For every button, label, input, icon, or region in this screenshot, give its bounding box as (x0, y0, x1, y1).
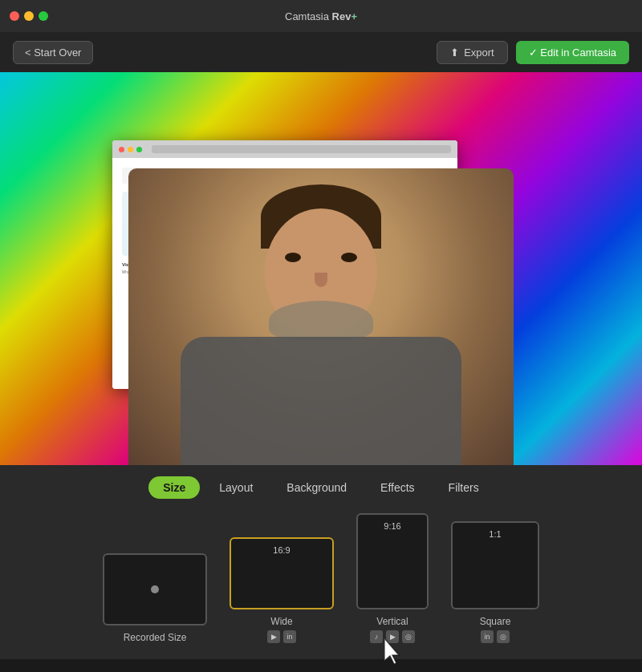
vertical-thumb: 9:16 (356, 513, 429, 609)
size-option-recorded[interactable]: Recorded Size (103, 553, 207, 643)
linkedin-icon: in (283, 630, 296, 643)
tabs-row: Size Layout Background Effects Filters (0, 476, 642, 499)
recorded-label: Recorded Size (124, 632, 187, 643)
wide-label: Wide (270, 616, 292, 627)
square-linkedin-icon: in (481, 630, 494, 643)
toolbar-actions: ⬆ Export ✓ Edit in Camtasia (437, 41, 629, 64)
preview-area: Camtasia Start Creating AmazingVideos To… (0, 72, 642, 465)
square-ratio-label: 1:1 (453, 529, 538, 539)
window-controls (10, 11, 48, 21)
tab-background[interactable]: Background (272, 476, 361, 499)
square-instagram-icon: ◎ (497, 630, 510, 643)
cursor (384, 638, 404, 667)
tab-layout[interactable]: Layout (205, 476, 267, 499)
toolbar: < Start Over ⬆ Export ✓ Edit in Camtasia (0, 32, 642, 72)
close-dot[interactable] (10, 11, 19, 21)
export-button[interactable]: ⬆ Export (437, 41, 508, 64)
app-title: Camtasia Rev+ (285, 10, 357, 22)
instagram-icon: ◎ (402, 630, 415, 643)
wide-ratio-label: 16:9 (231, 545, 332, 555)
recorded-thumb (103, 553, 207, 625)
wide-platforms: ▶ in (267, 630, 296, 643)
start-over-button[interactable]: < Start Over (13, 41, 93, 64)
square-platforms: in ◎ (481, 630, 510, 643)
size-options: Recorded Size 16:9 Wide ▶ in 9:16 Vertic… (0, 513, 642, 643)
square-label: Square (480, 616, 511, 627)
tab-size[interactable]: Size (148, 476, 200, 499)
export-icon: ⬆ (450, 47, 459, 59)
tab-filters[interactable]: Filters (434, 476, 494, 499)
tiktok-icon: ♪ (370, 630, 383, 643)
person-overlay (128, 168, 514, 465)
browser-bar (112, 140, 457, 158)
edit-in-camtasia-button[interactable]: ✓ Edit in Camtasia (516, 41, 629, 64)
square-thumb: 1:1 (451, 521, 539, 609)
recorded-dot (151, 585, 159, 593)
youtube-icon: ▶ (267, 630, 280, 643)
wide-thumb: 16:9 (230, 537, 334, 609)
size-option-wide[interactable]: 16:9 Wide ▶ in (230, 537, 334, 643)
maximize-dot[interactable] (39, 11, 48, 21)
tab-effects[interactable]: Effects (366, 476, 429, 499)
vertical-ratio-label: 9:16 (358, 521, 427, 531)
bottom-panel: Size Layout Background Effects Filters R… (0, 465, 642, 659)
minimize-dot[interactable] (24, 11, 34, 21)
titlebar: Camtasia Rev+ (0, 0, 642, 32)
svg-marker-0 (384, 638, 399, 664)
size-option-vertical[interactable]: 9:16 Vertical ♪ ▶ ◎ (356, 513, 429, 643)
size-option-square[interactable]: 1:1 Square in ◎ (451, 521, 539, 643)
vertical-label: Vertical (376, 616, 408, 627)
